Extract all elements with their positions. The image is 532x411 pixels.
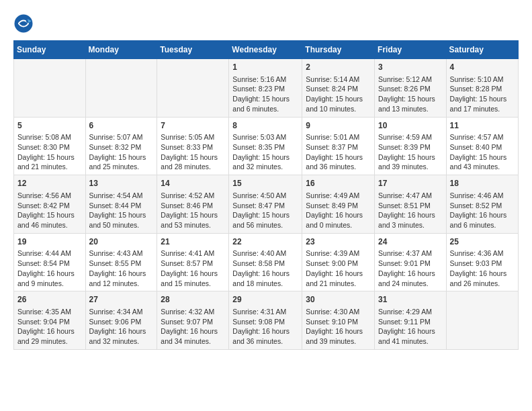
day-info: Daylight: 16 hours and 0 minutes.: [306, 210, 371, 230]
day-info: Daylight: 16 hours and 24 minutes.: [378, 269, 443, 288]
day-info: Sunset: 9:11 PM: [378, 317, 443, 327]
day-info: Sunrise: 5:07 AM: [89, 132, 154, 142]
day-info: Sunrise: 4:56 AM: [17, 191, 82, 201]
calendar-cell: 11Sunrise: 4:57 AMSunset: 8:40 PMDayligh…: [446, 117, 518, 175]
calendar-cell: 6Sunrise: 5:07 AMSunset: 8:32 PMDaylight…: [85, 117, 157, 175]
day-info: Sunset: 9:10 PM: [306, 317, 371, 327]
calendar-cell: 28Sunrise: 4:32 AMSunset: 9:07 PMDayligh…: [157, 291, 229, 350]
day-info: Sunset: 8:51 PM: [378, 201, 443, 211]
day-info: Daylight: 15 hours and 32 minutes.: [232, 152, 298, 172]
week-row-1: 1Sunrise: 5:16 AMSunset: 8:23 PMDaylight…: [14, 59, 519, 118]
calendar-cell: 15Sunrise: 4:50 AMSunset: 8:47 PMDayligh…: [229, 175, 302, 234]
day-info: Sunrise: 4:54 AM: [89, 191, 154, 201]
day-info: Sunset: 8:23 PM: [232, 84, 298, 94]
calendar-cell: 27Sunrise: 4:34 AMSunset: 9:06 PMDayligh…: [85, 291, 157, 350]
day-info: Sunrise: 4:57 AM: [450, 132, 515, 142]
day-number: 27: [89, 294, 154, 306]
day-info: Daylight: 16 hours and 32 minutes.: [89, 326, 154, 346]
day-info: Sunset: 8:52 PM: [450, 201, 515, 211]
day-info: Sunset: 9:07 PM: [161, 317, 225, 327]
calendar-cell: 9Sunrise: 5:01 AMSunset: 8:37 PMDaylight…: [302, 117, 375, 175]
day-info: Sunset: 9:06 PM: [89, 317, 154, 327]
weekday-header-wednesday: Wednesday: [229, 41, 302, 59]
calendar-cell: 19Sunrise: 4:44 AMSunset: 8:54 PMDayligh…: [14, 233, 86, 291]
day-info: Daylight: 15 hours and 28 minutes.: [161, 152, 225, 172]
week-row-5: 26Sunrise: 4:35 AMSunset: 9:04 PMDayligh…: [14, 291, 519, 350]
day-info: Daylight: 16 hours and 6 minutes.: [450, 210, 515, 230]
day-info: Sunrise: 5:05 AM: [161, 132, 225, 142]
weekday-header-sunday: Sunday: [14, 41, 86, 59]
day-info: Daylight: 16 hours and 12 minutes.: [89, 269, 154, 288]
calendar-cell: 16Sunrise: 4:49 AMSunset: 8:49 PMDayligh…: [302, 175, 375, 234]
week-row-4: 19Sunrise: 4:44 AMSunset: 8:54 PMDayligh…: [14, 233, 519, 291]
calendar-cell: 25Sunrise: 4:36 AMSunset: 9:03 PMDayligh…: [446, 233, 518, 291]
day-info: Daylight: 16 hours and 18 minutes.: [232, 269, 298, 288]
weekday-header-saturday: Saturday: [446, 41, 518, 59]
day-number: 9: [306, 120, 371, 132]
day-info: Daylight: 15 hours and 56 minutes.: [232, 210, 298, 230]
day-number: 2: [306, 62, 371, 73]
day-info: Sunset: 8:55 PM: [89, 259, 154, 269]
day-number: 8: [232, 120, 298, 132]
day-number: 13: [89, 178, 154, 189]
calendar-cell: 22Sunrise: 4:40 AMSunset: 8:58 PMDayligh…: [229, 233, 302, 291]
day-info: Sunset: 8:35 PM: [232, 142, 298, 152]
day-number: 21: [161, 236, 225, 248]
calendar-cell: 21Sunrise: 4:41 AMSunset: 8:57 PMDayligh…: [157, 233, 229, 291]
logo: [13, 13, 37, 34]
calendar-cell: 30Sunrise: 4:30 AMSunset: 9:10 PMDayligh…: [302, 291, 375, 350]
day-number: 23: [306, 236, 371, 248]
day-info: Sunrise: 5:10 AM: [450, 75, 515, 85]
day-number: 1: [232, 62, 298, 73]
day-info: Sunrise: 4:32 AM: [161, 307, 225, 317]
weekday-header-monday: Monday: [85, 41, 157, 59]
day-info: Sunset: 8:40 PM: [450, 142, 515, 152]
day-info: Sunrise: 4:37 AM: [378, 248, 443, 259]
calendar-cell: 10Sunrise: 4:59 AMSunset: 8:39 PMDayligh…: [375, 117, 447, 175]
day-info: Daylight: 15 hours and 13 minutes.: [378, 94, 443, 113]
page-header: [13, 13, 519, 34]
day-info: Daylight: 16 hours and 15 minutes.: [161, 269, 225, 288]
day-info: Daylight: 16 hours and 39 minutes.: [306, 326, 371, 346]
day-info: Sunset: 8:57 PM: [161, 259, 225, 269]
logo-icon: [13, 13, 34, 34]
day-info: Daylight: 15 hours and 10 minutes.: [306, 94, 371, 113]
day-info: Daylight: 15 hours and 6 minutes.: [232, 94, 298, 113]
calendar-cell: 14Sunrise: 4:52 AMSunset: 8:46 PMDayligh…: [157, 175, 229, 234]
calendar-cell: 26Sunrise: 4:35 AMSunset: 9:04 PMDayligh…: [14, 291, 86, 350]
day-info: Sunrise: 4:39 AM: [306, 248, 371, 259]
calendar-cell: [157, 59, 229, 118]
weekday-header-friday: Friday: [375, 41, 447, 59]
day-number: 3: [378, 62, 443, 73]
day-info: Daylight: 15 hours and 17 minutes.: [450, 94, 515, 113]
day-info: Sunset: 9:01 PM: [378, 259, 443, 269]
day-info: Daylight: 16 hours and 29 minutes.: [17, 326, 82, 346]
day-info: Sunrise: 5:12 AM: [378, 75, 443, 85]
calendar-cell: 31Sunrise: 4:29 AMSunset: 9:11 PMDayligh…: [375, 291, 447, 350]
day-number: 16: [306, 178, 371, 189]
day-info: Sunset: 9:03 PM: [450, 259, 515, 269]
day-info: Sunrise: 4:50 AM: [232, 191, 298, 201]
calendar-cell: 1Sunrise: 5:16 AMSunset: 8:23 PMDaylight…: [229, 59, 302, 118]
day-info: Sunrise: 5:16 AM: [232, 75, 298, 85]
day-number: 25: [450, 236, 515, 248]
day-info: Sunrise: 4:29 AM: [378, 307, 443, 317]
day-number: 12: [17, 178, 82, 189]
day-info: Sunrise: 4:31 AM: [232, 307, 298, 317]
day-info: Sunset: 8:33 PM: [161, 142, 225, 152]
calendar-cell: [14, 59, 86, 118]
day-number: 11: [450, 120, 515, 132]
weekday-header-row: SundayMondayTuesdayWednesdayThursdayFrid…: [14, 41, 519, 59]
day-info: Daylight: 15 hours and 50 minutes.: [89, 210, 154, 230]
calendar-cell: [85, 59, 157, 118]
day-number: 6: [89, 120, 154, 132]
day-info: Daylight: 16 hours and 9 minutes.: [17, 269, 82, 288]
day-info: Sunset: 8:58 PM: [232, 259, 298, 269]
calendar-cell: 12Sunrise: 4:56 AMSunset: 8:42 PMDayligh…: [14, 175, 86, 234]
day-number: 7: [161, 120, 225, 132]
day-number: 18: [450, 178, 515, 189]
day-info: Daylight: 15 hours and 43 minutes.: [450, 152, 515, 172]
day-number: 19: [17, 236, 82, 248]
day-info: Sunset: 9:00 PM: [306, 259, 371, 269]
day-info: Sunrise: 4:40 AM: [232, 248, 298, 259]
